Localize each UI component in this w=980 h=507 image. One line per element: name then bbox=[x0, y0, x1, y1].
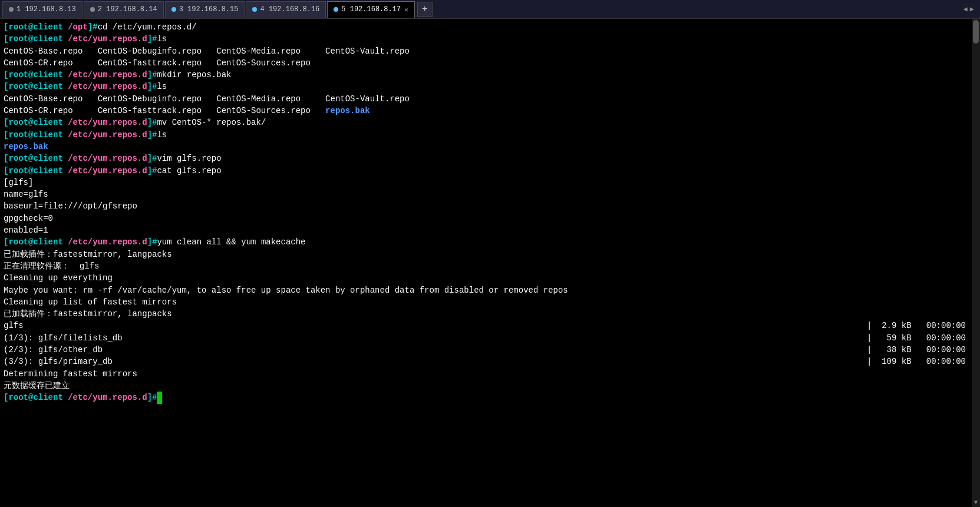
terminal-line-10: [root@client /etc/yum.repos.d]#ls bbox=[4, 129, 976, 141]
terminal-line-21: 正在清理软件源： glfs bbox=[4, 260, 976, 272]
terminal-line-25: 已加载插件：fastestmirror, langpacks bbox=[4, 308, 976, 320]
tab-2[interactable]: 2 192.168.8.14 bbox=[84, 1, 164, 18]
terminal-line-4: CentOS-CR.repo CentOS-fasttrack.repo Cen… bbox=[4, 57, 976, 69]
tab-2-dot bbox=[90, 7, 95, 12]
terminal-line-24: Cleaning up list of fastest mirrors bbox=[4, 296, 976, 308]
terminal-line-13: [root@client /etc/yum.repos.d]#cat glfs.… bbox=[4, 165, 976, 177]
terminal-line-3: CentOS-Base.repo CentOS-Debuginfo.repo C… bbox=[4, 45, 976, 57]
terminal-line-23: Maybe you want: rm -rf /var/cache/yum, t… bbox=[4, 284, 976, 296]
terminal-line-17: gpgcheck=0 bbox=[4, 213, 976, 224]
prompt-9: [root@client /etc/yum.repos.d]# bbox=[4, 118, 157, 127]
prompt-19: [root@client /etc/yum.repos.d]# bbox=[4, 237, 157, 247]
terminal-line-32: [root@client /etc/yum.repos.d]# bbox=[4, 392, 976, 403]
terminal-line-16: baseurl=file:///opt/gfsrepo bbox=[4, 200, 976, 212]
tab-3-dot bbox=[171, 7, 176, 12]
tab-4[interactable]: 4 192.168.8.16 bbox=[246, 1, 326, 18]
terminal-line-8: CentOS-CR.repo CentOS-fasttrack.repo Cen… bbox=[4, 105, 976, 117]
tab-nav-right[interactable]: ▶ bbox=[970, 5, 974, 14]
prompt-2: [root@client /etc/yum.repos.d]# bbox=[4, 34, 157, 44]
tab-5-dot bbox=[334, 7, 338, 12]
tab-nav-arrows: ◀ ▶ bbox=[963, 5, 978, 14]
terminal-line-26: glfs | 2.9 kB 00:00:00 bbox=[4, 320, 976, 332]
tab-4-dot bbox=[252, 7, 257, 12]
terminal-line-19: [root@client /etc/yum.repos.d]#yum clean… bbox=[4, 236, 976, 248]
terminal-line-22: Cleaning up everything bbox=[4, 272, 976, 284]
terminal-line-6: [root@client /etc/yum.repos.d]#ls bbox=[4, 81, 976, 92]
terminal-line-11: repos.bak bbox=[4, 141, 976, 153]
tab-1-dot bbox=[9, 7, 14, 12]
tab-add-button[interactable]: + bbox=[417, 2, 433, 17]
tab-5-close[interactable]: ✕ bbox=[404, 6, 408, 14]
tab-5-label: 5 192.168.8.17 bbox=[341, 5, 401, 14]
prompt-32: [root@client /etc/yum.repos.d]# bbox=[4, 393, 157, 402]
tab-2-label: 2 192.168.8.14 bbox=[98, 5, 157, 14]
terminal[interactable]: [root@client /opt]#cd /etc/yum.repos.d/ … bbox=[0, 19, 980, 507]
tab-4-label: 4 192.168.8.16 bbox=[260, 5, 319, 14]
scrollbar-down[interactable]: ▼ bbox=[974, 499, 978, 507]
terminal-line-30: Determining fastest mirrors bbox=[4, 368, 976, 380]
prompt-12: [root@client /etc/yum.repos.d]# bbox=[4, 154, 157, 163]
tab-1-label: 1 192.168.8.13 bbox=[17, 5, 76, 14]
tab-5[interactable]: 5 192.168.8.17 ✕ bbox=[327, 1, 414, 18]
terminal-line-14: [glfs] bbox=[4, 177, 976, 188]
terminal-line-12: [root@client /etc/yum.repos.d]#vim glfs.… bbox=[4, 153, 976, 164]
terminal-line-1: [root@client /opt]#cd /etc/yum.repos.d/ bbox=[4, 21, 976, 33]
scrollbar[interactable]: ▲ ▼ bbox=[972, 19, 980, 507]
prompt-5: [root@client /etc/yum.repos.d]# bbox=[4, 70, 157, 79]
tab-nav-left[interactable]: ◀ bbox=[963, 5, 968, 14]
prompt-13: [root@client /etc/yum.repos.d]# bbox=[4, 166, 157, 175]
cursor bbox=[157, 392, 162, 403]
prompt-1: [root@client /opt]# bbox=[4, 22, 98, 32]
terminal-line-18: enabled=1 bbox=[4, 224, 976, 236]
terminal-line-2: [root@client /etc/yum.repos.d]#ls bbox=[4, 33, 976, 45]
tab-3-label: 3 192.168.8.15 bbox=[179, 5, 239, 14]
tab-3[interactable]: 3 192.168.8.15 bbox=[165, 1, 245, 18]
scrollbar-thumb[interactable] bbox=[973, 20, 979, 44]
terminal-line-28: (2/3): glfs/other_db | 38 kB 00:00:00 bbox=[4, 344, 976, 356]
tab-bar: 1 192.168.8.13 2 192.168.8.14 3 192.168.… bbox=[0, 0, 980, 19]
prompt-6: [root@client /etc/yum.repos.d]# bbox=[4, 82, 157, 91]
terminal-line-7: CentOS-Base.repo CentOS-Debuginfo.repo C… bbox=[4, 93, 976, 105]
terminal-line-5: [root@client /etc/yum.repos.d]#mkdir rep… bbox=[4, 69, 976, 81]
terminal-line-31: 元数据缓存已建立 bbox=[4, 380, 976, 392]
terminal-line-29: (3/3): glfs/primary_db | 109 kB 00:00:00 bbox=[4, 356, 976, 367]
tab-1[interactable]: 1 192.168.8.13 bbox=[2, 1, 83, 18]
prompt-10: [root@client /etc/yum.repos.d]# bbox=[4, 130, 157, 140]
terminal-line-20: 已加载插件：fastestmirror, langpacks bbox=[4, 248, 976, 260]
terminal-line-9: [root@client /etc/yum.repos.d]#mv CentOS… bbox=[4, 117, 976, 128]
terminal-line-15: name=glfs bbox=[4, 188, 976, 200]
terminal-line-27: (1/3): glfs/filelists_db | 59 kB 00:00:0… bbox=[4, 332, 976, 344]
